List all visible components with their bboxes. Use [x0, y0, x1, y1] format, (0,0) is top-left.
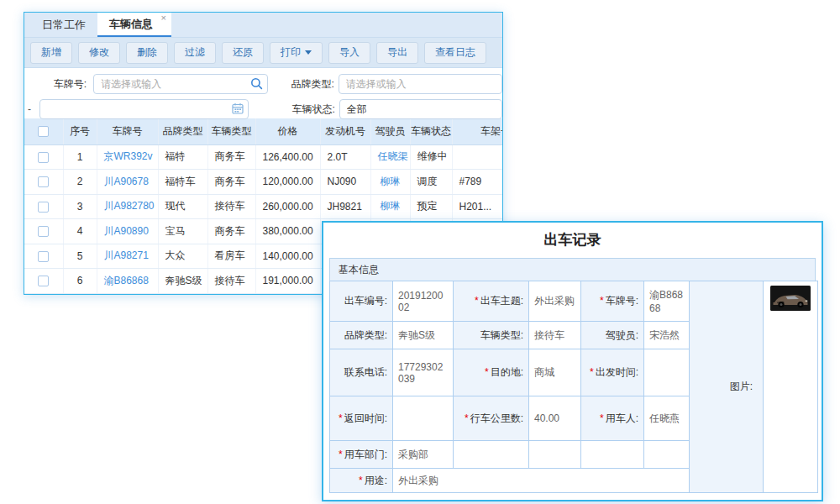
cell-status: 调度	[410, 170, 452, 195]
col-header-status: 车辆状态	[410, 118, 452, 144]
cell-price: 126,400.00	[255, 144, 320, 170]
cell-plate[interactable]: 川A982780	[97, 194, 158, 219]
user-value[interactable]: 任晓燕	[644, 396, 690, 441]
cell-seq: 3	[63, 194, 97, 219]
print-dropdown-caret-icon	[305, 50, 312, 55]
filter-button[interactable]: 过滤	[174, 42, 216, 64]
driver-value[interactable]: 宋浩然	[644, 322, 690, 349]
user-label: 用车人:	[606, 412, 638, 424]
destination-label-cell: *目的地:	[454, 349, 529, 396]
print-button[interactable]: 打印	[270, 42, 323, 64]
cell-plate[interactable]: 川A90678	[97, 170, 158, 195]
tab-daily-work[interactable]: 日常工作	[30, 13, 97, 37]
tab-close-icon[interactable]: ×	[161, 13, 166, 23]
plate-value[interactable]: 渝B86868	[644, 281, 690, 322]
phone-value[interactable]: 17729302039	[393, 349, 454, 396]
calendar-icon[interactable]	[232, 102, 244, 114]
cell-vin	[452, 144, 503, 170]
brand-search-input[interactable]	[339, 74, 502, 94]
cell-driver[interactable]: 柳琳	[370, 170, 410, 195]
record-no-value[interactable]: 2019120002	[393, 281, 454, 322]
cell-price: 140,000.00	[255, 244, 320, 269]
mileage-label: 行车公里数:	[470, 412, 523, 424]
add-button[interactable]: 新增	[30, 42, 72, 64]
brand-label: 品牌类型:	[344, 329, 387, 341]
vehicle-type-label-cell: 车辆类型:	[454, 322, 529, 349]
tab-vehicle-info[interactable]: 车辆信息 ×	[97, 13, 171, 37]
phone-label-cell: 联系电话:	[330, 349, 393, 396]
phone-label: 联系电话:	[344, 366, 387, 378]
user-label-cell: *用车人:	[581, 396, 644, 441]
cell-engine: 2.0T	[320, 144, 370, 170]
purpose-value[interactable]: 外出采购	[393, 469, 690, 493]
return-time-value[interactable]	[393, 396, 454, 441]
cell-type: 商务车	[207, 170, 255, 195]
cell-price: 120,000.00	[255, 170, 320, 195]
col-header-plate: 车牌号	[97, 118, 158, 144]
col-header-type: 车辆类型	[207, 118, 255, 144]
brand-value[interactable]: 奔驰S级	[393, 322, 454, 349]
row-checkbox[interactable]	[38, 176, 49, 187]
return-time-label: 返回时间:	[344, 412, 387, 424]
cell-seq: 1	[63, 144, 97, 170]
view-log-button[interactable]: 查看日志	[424, 42, 486, 64]
dispatch-record-dialog: 出车记录 基本信息 出车编号: 2019120002 *出车主题: 外出采购 *…	[322, 221, 823, 501]
depart-time-value[interactable]	[644, 349, 690, 396]
subject-label-cell: *出车主题:	[454, 281, 529, 322]
delete-button[interactable]: 删除	[126, 42, 168, 64]
cell-driver[interactable]: 任晓渠	[370, 144, 410, 170]
date-input[interactable]	[39, 99, 249, 119]
destination-value[interactable]: 商城	[529, 349, 581, 396]
search-icon[interactable]	[250, 77, 263, 90]
plate-search-input[interactable]	[93, 74, 268, 94]
required-star: *	[590, 366, 594, 378]
restore-button[interactable]: 还原	[222, 42, 264, 64]
cell-plate[interactable]: 京WR392v	[97, 144, 158, 170]
row-checkbox[interactable]	[38, 276, 49, 286]
status-filter-select[interactable]	[339, 99, 502, 119]
vehicle-table-head: 序号车牌号品牌类型车辆类型价格发动机号驾驶员车辆状态车架号	[24, 118, 503, 144]
cell-plate[interactable]: 渝B86868	[97, 269, 158, 294]
cell-seq: 6	[63, 269, 97, 294]
cell-plate[interactable]: 川A98271	[97, 244, 158, 269]
col-header-brand: 品牌类型	[158, 118, 207, 144]
cell-type: 接待车	[207, 269, 255, 294]
cell-brand: 福特车	[158, 170, 207, 195]
department-label-cell: *用车部门:	[330, 441, 393, 469]
required-star: *	[339, 449, 343, 460]
row-checkbox[interactable]	[38, 226, 49, 237]
export-button[interactable]: 导出	[376, 42, 418, 64]
cell-seq: 5	[63, 244, 97, 269]
select-all-checkbox[interactable]	[38, 126, 49, 137]
vehicle-type-value[interactable]: 接待车	[529, 322, 581, 349]
print-button-label: 打印	[281, 45, 301, 60]
cell-price: 260,000.00	[255, 194, 320, 219]
row-checkbox-cell	[24, 219, 63, 244]
tab-daily-work-label: 日常工作	[42, 18, 86, 33]
dispatch-form-table: 出车编号: 2019120002 *出车主题: 外出采购 *车牌号: 渝B868…	[329, 281, 818, 493]
cell-engine: NJ090	[320, 170, 370, 195]
cell-type: 看房车	[207, 244, 255, 269]
row-checkbox[interactable]	[38, 202, 49, 213]
row-checkbox-cell	[24, 269, 63, 294]
select-all-header-cell	[24, 118, 63, 144]
table-row: 2川A90678福特车商务车120,000.00NJ090柳琳调度#789	[24, 170, 503, 195]
row-checkbox[interactable]	[38, 251, 49, 262]
record-no-label-cell: 出车编号:	[330, 281, 393, 322]
vehicle-photo-thumbnail[interactable]	[770, 286, 811, 311]
cell-plate[interactable]: 川A90890	[97, 219, 158, 244]
empty-cell	[644, 441, 690, 469]
mileage-value[interactable]: 40.00	[529, 396, 581, 441]
department-value[interactable]: 采购部	[393, 441, 454, 469]
cell-driver[interactable]: 柳琳	[370, 194, 410, 219]
edit-button[interactable]: 修改	[78, 42, 120, 64]
subject-label: 出车主题:	[480, 295, 523, 307]
cell-price: 191,000.00	[255, 269, 320, 294]
image-label-cell: 图片:	[690, 281, 764, 493]
import-button[interactable]: 导入	[328, 42, 370, 64]
cell-brand: 大众	[158, 244, 207, 269]
required-star: *	[485, 366, 489, 378]
basic-info-section-header: 基本信息	[329, 258, 816, 281]
row-checkbox[interactable]	[38, 152, 49, 163]
subject-value[interactable]: 外出采购	[529, 281, 581, 322]
